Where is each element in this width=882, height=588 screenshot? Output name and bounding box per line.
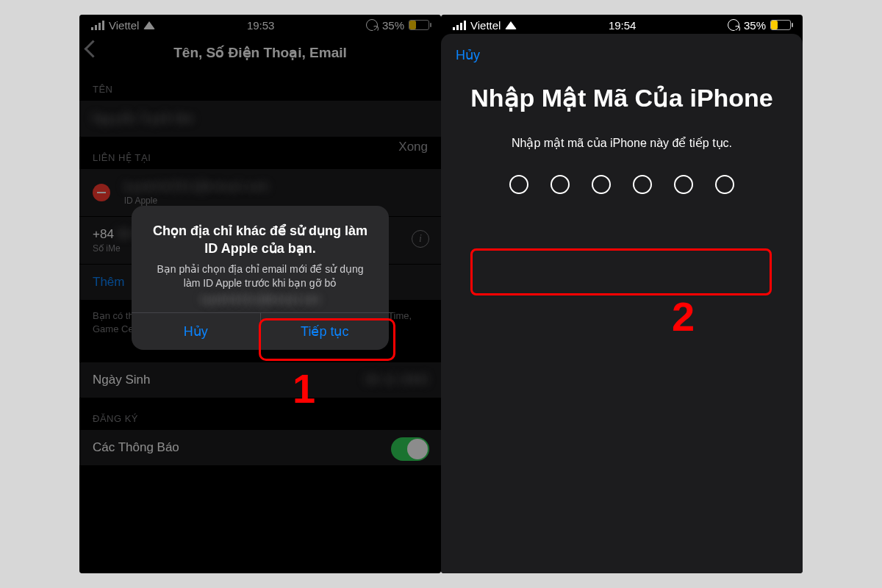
orientation-lock-icon bbox=[728, 19, 739, 31]
annotation-box-2 bbox=[470, 248, 772, 295]
passcode-prompt: Nhập mật mã của iPhone này để tiếp tục. bbox=[456, 136, 788, 150]
battery-icon bbox=[770, 20, 791, 30]
annotation-number-1: 1 bbox=[293, 365, 315, 412]
alert-continue-button[interactable]: Tiếp tục bbox=[260, 313, 390, 350]
passcode-dot bbox=[715, 175, 734, 194]
wifi-icon bbox=[505, 21, 517, 29]
annotation-number-2: 2 bbox=[672, 293, 695, 340]
signal-icon bbox=[453, 21, 466, 30]
cancel-button[interactable]: Hủy bbox=[441, 34, 803, 76]
passcode-dot bbox=[674, 175, 693, 194]
passcode-dot bbox=[551, 175, 570, 194]
passcode-dot bbox=[592, 175, 611, 194]
passcode-dot bbox=[633, 175, 652, 194]
status-bar: Viettel 19:54 35% bbox=[441, 15, 803, 35]
passcode-dot bbox=[509, 175, 528, 194]
battery-percent: 35% bbox=[744, 19, 766, 32]
passcode-sheet: Hủy Nhập Mật Mã Của iPhone Nhập mật mã c… bbox=[441, 34, 803, 573]
clock: 19:54 bbox=[609, 19, 637, 32]
carrier-label: Viettel bbox=[470, 19, 501, 32]
alert-message: Bạn phải chọn địa chỉ email mới để sử dụ… bbox=[132, 262, 389, 313]
alert-title: Chọn địa chỉ khác để sử dụng làm ID Appl… bbox=[132, 206, 389, 262]
passcode-title: Nhập Mật Mã Của iPhone bbox=[463, 82, 781, 114]
passcode-dots[interactable] bbox=[470, 175, 773, 194]
screenshot-left: Viettel 19:53 35% Tên, Số Điện Thoại, Em… bbox=[79, 15, 441, 573]
alert-cancel-button[interactable]: Hủy bbox=[132, 313, 260, 350]
screenshot-right: Viettel 19:54 35% Hủy Nhập Mật Mã Của iP… bbox=[441, 15, 803, 573]
alert-dialog: Chọn địa chỉ khác để sử dụng làm ID Appl… bbox=[132, 206, 389, 350]
